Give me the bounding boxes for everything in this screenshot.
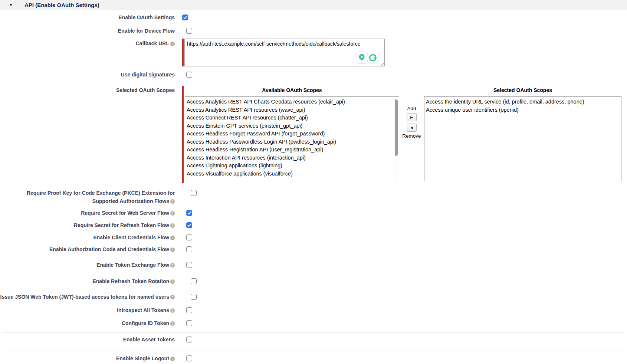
add-scope-button[interactable]: ▶ xyxy=(407,113,417,121)
help-icon[interactable] xyxy=(170,247,175,252)
section-divider xyxy=(2,351,625,351)
row-enable-device-flow: Enable for Device Flow xyxy=(0,27,627,35)
scope-option[interactable]: Access Visualforce applications (visualf… xyxy=(185,170,394,178)
enable-asset-tokens-label: Enable Asset Tokens xyxy=(0,335,175,344)
row-introspect-all-tokens: Introspect All Tokens xyxy=(0,306,627,314)
available-scopes-listbox[interactable]: Access Analytics REST API Charts Geodata… xyxy=(185,96,399,183)
section-title: API (Enable OAuth Settings) xyxy=(24,0,99,10)
enable-device-flow-checkbox[interactable] xyxy=(186,28,192,34)
configure-id-token-checkbox[interactable] xyxy=(186,320,192,326)
scope-option[interactable]: Access Headless Forgot Password API (for… xyxy=(185,130,394,138)
callback-url-textarea[interactable]: https://auth-test.example.com/self-servi… xyxy=(184,39,385,66)
row-client-credentials-flow: Enable Client Credentials Flow xyxy=(0,233,627,242)
callback-url-label: Callback URL xyxy=(0,39,175,47)
help-icon[interactable] xyxy=(170,279,175,284)
require-secret-web-server-label: Require Secret for Web Server Flow xyxy=(0,209,175,217)
section-divider xyxy=(2,332,625,332)
configure-id-token-label: Configure ID Token xyxy=(0,319,175,327)
token-exchange-flow-checkbox[interactable] xyxy=(186,262,192,268)
selected-oauth-scopes-label: Selected OAuth Scopes xyxy=(0,86,175,94)
help-icon[interactable] xyxy=(170,321,175,326)
scope-option[interactable]: Access the identity URL service (id, pro… xyxy=(424,98,621,106)
scope-option[interactable]: Access Lightning applications (lightning… xyxy=(185,162,394,170)
enable-device-flow-label: Enable for Device Flow xyxy=(0,27,175,35)
introspect-all-tokens-checkbox[interactable] xyxy=(186,307,192,313)
require-secret-refresh-token-label: Require Secret for Refresh Token Flow xyxy=(0,221,175,229)
token-exchange-flow-label: Enable Token Exchange Flow xyxy=(0,261,175,269)
collapse-arrow-icon[interactable]: ▼ xyxy=(9,0,15,10)
section-divider xyxy=(2,317,625,317)
help-icon[interactable] xyxy=(170,42,175,46)
refresh-token-rotation-label: Enable Refresh Token Rotation xyxy=(0,277,175,285)
refresh-token-rotation-checkbox[interactable] xyxy=(191,278,197,284)
enable-oauth-settings-label: Enable OAuth Settings xyxy=(0,13,175,22)
grammarly-extension-icon[interactable] xyxy=(367,52,379,63)
row-callback-url: Callback URL https://auth-test.example.c… xyxy=(0,39,627,66)
row-refresh-token-rotation: Enable Refresh Token Rotation xyxy=(0,277,627,285)
require-secret-web-server-checkbox[interactable] xyxy=(186,210,192,216)
section-header: ▼ API (Enable OAuth Settings) xyxy=(0,0,627,10)
password-manager-extension-icon[interactable] xyxy=(356,52,368,63)
scrollbar-thumb[interactable] xyxy=(395,99,398,156)
jwt-access-tokens-label: Issue JSON Web Token (JWT)-based access … xyxy=(0,293,175,301)
row-enable-oauth-settings: Enable OAuth Settings xyxy=(0,13,627,22)
pkce-label: Require Proof Key for Code Exchange (PKC… xyxy=(0,189,175,205)
use-digital-signatures-label: Use digital signatures xyxy=(0,70,175,79)
help-icon[interactable] xyxy=(170,295,175,299)
row-token-exchange-flow: Enable Token Exchange Flow xyxy=(0,261,627,269)
scope-option[interactable]: Access Connect REST API resources (chatt… xyxy=(185,114,394,122)
selected-scopes-header: Selected OAuth Scopes xyxy=(424,86,621,94)
pkce-checkbox[interactable] xyxy=(191,190,197,196)
browser-extension-icons xyxy=(356,52,379,63)
scope-option[interactable]: Access unique user identifiers (openid) xyxy=(424,106,621,114)
row-use-digital-signatures: Use digital signatures xyxy=(0,70,627,79)
help-icon[interactable] xyxy=(170,211,175,216)
enable-oauth-settings-checkbox[interactable] xyxy=(182,14,188,20)
help-icon[interactable] xyxy=(170,357,175,361)
client-credentials-flow-checkbox[interactable] xyxy=(186,235,192,240)
selected-scopes-listbox[interactable]: Access the identity URL service (id, pro… xyxy=(424,96,621,181)
available-scopes-header: Available OAuth Scopes xyxy=(185,86,399,94)
scope-option[interactable]: Access Analytics REST API resources (wav… xyxy=(185,106,394,114)
enable-asset-tokens-checkbox[interactable] xyxy=(186,337,192,342)
row-enable-single-logout: Enable Single Logout xyxy=(0,354,627,364)
add-label: Add xyxy=(407,105,416,112)
auth-code-credentials-flow-label: Enable Authorization Code and Credential… xyxy=(0,245,175,253)
row-jwt-access-tokens: Issue JSON Web Token (JWT)-based access … xyxy=(0,293,627,301)
oauth-settings-form: Enable OAuth Settings Enable for Device … xyxy=(0,13,627,364)
scope-option[interactable]: Access Analytics REST API Charts Geodata… xyxy=(185,98,394,106)
remove-scope-button[interactable]: ◀ xyxy=(407,124,417,132)
required-field-bar xyxy=(182,39,184,66)
remove-label: Remove xyxy=(402,133,421,140)
help-icon[interactable] xyxy=(170,199,175,204)
help-icon[interactable] xyxy=(170,308,175,313)
row-pkce: Require Proof Key for Code Exchange (PKC… xyxy=(0,189,627,205)
row-require-secret-web-server: Require Secret for Web Server Flow xyxy=(0,209,627,217)
listbox-scrollbar[interactable] xyxy=(394,97,398,183)
jwt-access-tokens-checkbox[interactable] xyxy=(191,294,197,300)
help-icon[interactable] xyxy=(170,223,175,228)
auth-code-credentials-flow-checkbox[interactable] xyxy=(186,246,192,252)
enable-single-logout-label: Enable Single Logout xyxy=(0,354,175,363)
introspect-all-tokens-label: Introspect All Tokens xyxy=(0,306,175,314)
row-configure-id-token: Configure ID Token xyxy=(0,319,627,327)
row-require-secret-refresh-token: Require Secret for Refresh Token Flow xyxy=(0,221,627,229)
row-enable-asset-tokens: Enable Asset Tokens xyxy=(0,335,627,344)
scope-option[interactable]: Access Einstein GPT services (einstein_g… xyxy=(185,122,394,130)
required-field-bar xyxy=(182,86,184,183)
row-auth-code-credentials-flow: Enable Authorization Code and Credential… xyxy=(0,245,627,253)
client-credentials-flow-label: Enable Client Credentials Flow xyxy=(0,233,175,242)
scope-option[interactable]: Access Headless Registration API (user_r… xyxy=(185,146,394,154)
scope-option[interactable]: Access Interaction API resources (intera… xyxy=(185,154,394,162)
help-icon[interactable] xyxy=(170,263,175,268)
enable-single-logout-checkbox[interactable] xyxy=(186,355,192,361)
help-icon[interactable] xyxy=(170,236,175,240)
scope-option[interactable]: Access Headless Passwordless Login API (… xyxy=(185,138,394,146)
use-digital-signatures-checkbox[interactable] xyxy=(186,72,192,78)
require-secret-refresh-token-checkbox[interactable] xyxy=(186,222,192,228)
row-oauth-scopes: Selected OAuth Scopes Available OAuth Sc… xyxy=(0,86,627,183)
